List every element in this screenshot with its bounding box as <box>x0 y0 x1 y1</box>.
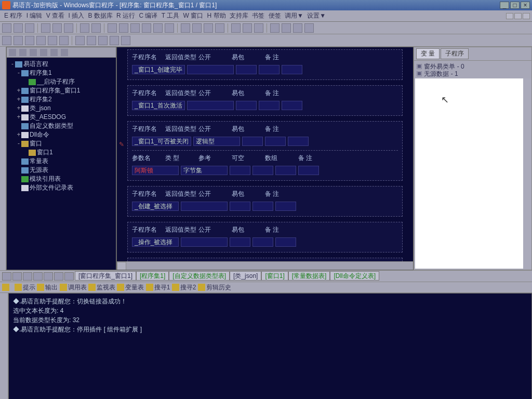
mdi-close[interactable] <box>523 13 530 19</box>
menu-item[interactable]: 设置▼ <box>306 12 327 19</box>
tool-h[interactable] <box>192 23 202 33</box>
dock-tab[interactable]: [类_json] <box>230 271 261 281</box>
project-tree[interactable]: -易语言程-程序集1__启动子程序+窗口程序集_窗口1+程序集2+类_json+… <box>7 58 116 270</box>
dock-tab[interactable]: [常量数据表] <box>288 271 330 281</box>
tool-cut[interactable] <box>41 23 50 33</box>
tool-n[interactable] <box>293 23 302 33</box>
tool2-k[interactable] <box>121 36 130 45</box>
menu-item[interactable]: 调用▼ <box>284 12 304 19</box>
output-tab[interactable]: 监视表 <box>88 284 115 291</box>
tree-node[interactable]: +程序集2 <box>8 95 115 104</box>
side-tool-f[interactable] <box>61 49 68 56</box>
tool-copy[interactable] <box>52 23 62 33</box>
tool-save[interactable] <box>25 23 34 33</box>
dock-tab[interactable]: [窗口程序集_窗口1] <box>75 271 136 281</box>
tree-node[interactable]: -易语言程 <box>8 60 115 69</box>
tree-node[interactable]: 模块引用表 <box>8 175 115 183</box>
rlist-item-0[interactable]: 窗外易类单 - 0 <box>416 63 529 70</box>
maximize-button[interactable]: □ <box>510 2 520 9</box>
menu-item[interactable]: 支持库 <box>229 12 249 19</box>
output-tab[interactable]: 调用表 <box>60 284 87 291</box>
minimize-button[interactable]: _ <box>500 2 509 9</box>
tool-i[interactable] <box>204 23 213 33</box>
output-tab[interactable]: 剪辑历史 <box>198 284 231 291</box>
dock-tab[interactable]: [自定义数据类型表] <box>169 271 230 281</box>
menu-item[interactable]: W 窗口 <box>182 12 205 19</box>
tool-open[interactable] <box>14 23 23 33</box>
menu-item[interactable]: I 编辑 <box>25 12 44 19</box>
dock-btn-f[interactable] <box>54 272 63 281</box>
tree-node[interactable]: 常量表 <box>8 157 115 166</box>
tree-node[interactable]: +窗口程序集_窗口1 <box>8 86 115 95</box>
tool-m[interactable] <box>282 23 291 33</box>
tool2-e[interactable] <box>48 36 57 45</box>
tool-l[interactable] <box>270 23 280 33</box>
right-content[interactable] <box>415 78 530 269</box>
dock-btn-e[interactable] <box>44 272 53 281</box>
tool2-d[interactable] <box>36 36 46 45</box>
menu-item[interactable]: T 工具 <box>161 12 180 19</box>
side-tool-b[interactable] <box>19 49 26 56</box>
tool2-h[interactable] <box>87 36 96 45</box>
menu-item[interactable]: H 帮助 <box>206 12 227 19</box>
tree-node[interactable]: 自定义数据类型 <box>8 122 115 130</box>
sub-block[interactable]: 子程序名返回值类型公开易包备 注_窗口1_可否被关闭逻辑型参数名类 型参考可空数… <box>127 121 403 181</box>
dock-btn-b[interactable] <box>12 272 22 281</box>
code-editor[interactable]: ✎ 子程序名返回值类型公开易包备 注_窗口1_创建完毕子程序名返回值类型公开易包… <box>116 47 414 270</box>
output-tab[interactable]: 变量表 <box>117 284 144 291</box>
tool-a[interactable] <box>108 23 117 33</box>
side-tool-e[interactable] <box>50 49 58 56</box>
dock-btn-g[interactable] <box>64 272 74 281</box>
output-tab[interactable]: 搜寻2 <box>172 284 196 291</box>
dock-btn-d[interactable] <box>33 272 43 281</box>
rlist-item-1[interactable]: 无源数据 - 1 <box>416 70 529 77</box>
tree-node[interactable]: +Dll命令 <box>8 130 115 139</box>
tab-subroutines[interactable]: 子程序 <box>441 48 469 59</box>
tool2-c[interactable] <box>25 36 34 45</box>
output-console[interactable]: ◆.易语言助手提醒您：切换链接器成功！ 选中文本长度为: 4 当前数据类型长度为… <box>8 293 532 399</box>
sub-block[interactable]: 子程序名返回值类型公开易包备 注_创建_被选择 <box>127 186 403 217</box>
right-vscroll[interactable] <box>523 78 531 269</box>
menu-item[interactable]: R 运行 <box>115 12 136 19</box>
side-tool-a[interactable] <box>9 49 16 56</box>
tool-k[interactable] <box>231 23 241 33</box>
sub-block[interactable]: 子程序名返回值类型公开易包备 注_窗口1_创建完毕 <box>127 49 403 80</box>
side-tool-d[interactable] <box>40 49 47 56</box>
mdi-minimize[interactable] <box>506 13 513 19</box>
tab-variables[interactable]: 变 量 <box>416 48 440 59</box>
tool-d[interactable] <box>142 23 151 33</box>
tool2-g[interactable] <box>75 36 85 45</box>
menu-item[interactable]: I 插入 <box>67 12 85 19</box>
tree-node[interactable]: -程序集1 <box>8 69 115 77</box>
tool-o[interactable] <box>304 23 314 33</box>
menu-item[interactable]: B 数据库 <box>87 12 113 19</box>
tree-node[interactable]: 窗口1 <box>8 148 115 157</box>
mdi-restore[interactable] <box>514 13 522 19</box>
close-button[interactable]: × <box>521 2 530 9</box>
tool-c[interactable] <box>130 23 140 33</box>
tool-undo[interactable] <box>80 23 89 33</box>
tool2-i[interactable] <box>98 36 108 45</box>
side-tool-c[interactable] <box>30 49 37 56</box>
tree-node[interactable]: 无源表 <box>8 166 115 175</box>
menu-item[interactable]: 书签 <box>251 12 265 19</box>
tool-g[interactable] <box>181 23 190 33</box>
tree-node[interactable]: 外部文件记录表 <box>8 183 115 192</box>
dock-tab[interactable]: [Dll命令定义表] <box>330 271 379 281</box>
dock-tab[interactable]: [程序集1] <box>136 271 169 281</box>
right-list[interactable]: 窗外易类单 - 0 无源数据 - 1 <box>414 61 531 77</box>
menu-item[interactable]: 便签 <box>268 12 282 19</box>
sub-block[interactable]: 子程序名返回值类型公开易包备 注_操作_被选择 <box>127 222 403 252</box>
editor-hscroll[interactable] <box>117 261 413 270</box>
tool-paste[interactable] <box>64 23 73 33</box>
dock-btn-c[interactable] <box>23 272 32 281</box>
sub-block[interactable]: 子程序名返回值类型公开易包备 注_窗口1_首次激活 <box>127 85 403 116</box>
menu-item[interactable]: C 编译 <box>138 12 158 19</box>
tree-node[interactable]: +类_AESDOG <box>8 113 115 122</box>
tree-node[interactable]: __启动子程序 <box>8 77 115 86</box>
tool-redo[interactable] <box>91 23 101 33</box>
output-tab[interactable]: 搜寻1 <box>146 284 170 291</box>
menu-item[interactable]: V 查看 <box>45 12 65 19</box>
tool-run[interactable] <box>243 23 252 33</box>
tool-new[interactable] <box>2 23 11 33</box>
